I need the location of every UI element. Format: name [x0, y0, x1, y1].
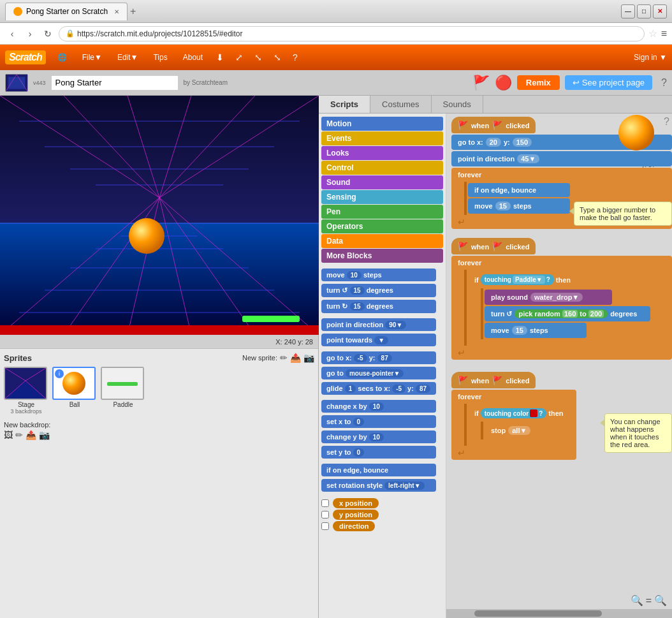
url-box[interactable]: 🔒 https://scratch.mit.edu/projects/10128… [59, 26, 645, 41]
reporter-x-block: x position [333, 498, 379, 508]
tips-btn[interactable]: Tips [149, 52, 171, 63]
tab-costumes[interactable]: Costumes [370, 96, 432, 113]
cat-pen[interactable]: Pen [321, 205, 443, 219]
block-set-x[interactable]: set x to 0 [321, 415, 436, 428]
minimize-btn[interactable]: — [621, 4, 635, 18]
move-steps-2[interactable]: move 15 steps [485, 323, 587, 338]
file-menu[interactable]: File▼ [78, 52, 106, 63]
resize-icon1[interactable]: ⤢ [235, 52, 243, 63]
new-tab-btn[interactable]: + [130, 6, 136, 17]
draw-sprite-icon[interactable]: ✏ [280, 353, 288, 363]
if-touching-paddle[interactable]: if touching Paddle▼ ? then play sound wa… [468, 271, 671, 343]
edit-menu[interactable]: Edit▼ [113, 52, 142, 63]
project-name-input[interactable] [51, 75, 179, 91]
about-btn[interactable]: About [179, 52, 207, 63]
cat-looks[interactable]: Looks [321, 146, 443, 160]
turn-random[interactable]: turn ↺ pick random 160 to 200 degrees [485, 306, 650, 321]
block-glide[interactable]: glide 1 secs to x: -5 y: 87 [321, 382, 436, 395]
cat-motion[interactable]: Motion [321, 117, 443, 131]
when-clicked-1[interactable]: 🚩 when🚩clicked [451, 117, 536, 133]
point-direction-1[interactable]: point in direction 45▼ [451, 151, 672, 166]
sprite-item-stage[interactable]: Stage 3 backdrops [4, 367, 48, 415]
block-turn-left[interactable]: turn ↺ 15 degrees [321, 284, 436, 297]
help-icon[interactable]: ? [293, 52, 298, 63]
block-point-direction[interactable]: point in direction 90▼ [321, 318, 436, 331]
play-sound[interactable]: play sound water_drop▼ [485, 290, 612, 305]
sprite-item-paddle[interactable]: Paddle [101, 367, 145, 415]
if-touching-color[interactable]: if touching color ? then stop all▼ [468, 405, 575, 443]
forever-2[interactable]: forever if touching Paddle▼ ? then [451, 256, 672, 360]
backdrop-camera-icon[interactable]: 📷 [39, 430, 50, 440]
green-flag-btn[interactable]: 🚩 [472, 75, 490, 91]
block-turn-right[interactable]: turn ↻ 15 degrees [321, 300, 436, 313]
help-icon-header[interactable]: ? [661, 77, 667, 89]
move-steps-1[interactable]: move 15 steps [468, 198, 570, 214]
upload-sprite-icon[interactable]: 📤 [290, 353, 301, 363]
cat-control[interactable]: Control [321, 161, 443, 175]
back-btn[interactable]: ‹ [5, 27, 19, 41]
stage-canvas[interactable] [0, 96, 319, 335]
svg-rect-31 [242, 316, 300, 322]
block-change-x[interactable]: change x by 10 [321, 400, 436, 413]
block-if-on-edge[interactable]: if on edge, bounce [321, 464, 436, 476]
backdrop-draw-icon[interactable]: ✏ [15, 430, 23, 440]
when-clicked-2[interactable]: 🚩 when🚩clicked [451, 238, 536, 254]
menu-icon[interactable]: ≡ [661, 28, 667, 40]
when-clicked-3[interactable]: 🚩 when🚩clicked [451, 372, 536, 388]
remix-btn[interactable]: Remix [517, 75, 560, 90]
tab-close-icon[interactable]: ✕ [114, 8, 119, 15]
backdrop-upload-icon[interactable]: 📤 [26, 430, 36, 440]
download-icon[interactable]: ⬇ [216, 52, 224, 63]
reporter-y-cb[interactable] [321, 511, 329, 519]
zoom-in-icon[interactable]: 🔍 [654, 594, 667, 607]
cat-sensing[interactable]: Sensing [321, 190, 443, 204]
h-scrollbar[interactable] [446, 609, 672, 618]
camera-sprite-icon[interactable]: 📷 [303, 353, 314, 363]
reporter-dir[interactable]: direction [321, 521, 443, 531]
stop-all[interactable]: stop all▼ [485, 423, 574, 438]
block-change-y[interactable]: change y by 10 [321, 430, 436, 443]
globe-btn[interactable]: 🌐 [54, 52, 71, 63]
reporter-x[interactable]: x position [321, 498, 443, 508]
h-scroll-thumb[interactable] [474, 610, 602, 617]
block-move-steps[interactable]: move 10 steps [321, 269, 436, 281]
cat-sound[interactable]: Sound [321, 175, 443, 189]
if-on-edge-1[interactable]: if on edge, bounce [468, 183, 570, 197]
bookmark-icon[interactable]: ☆ [648, 27, 657, 40]
tab-scripts[interactable]: Scripts [319, 96, 370, 113]
block-set-y[interactable]: set y to 0 [321, 446, 436, 459]
zoom-equal-icon[interactable]: = [646, 595, 652, 607]
cat-events[interactable]: Events [321, 131, 443, 145]
tab-sounds[interactable]: Sounds [432, 96, 483, 113]
see-project-btn[interactable]: ↩ See project page [565, 75, 652, 90]
block-goto-target[interactable]: go to mouse-pointer▼ [321, 367, 436, 379]
resize-icon2[interactable]: ⤡ [254, 52, 262, 63]
sprite-item-ball[interactable]: i [52, 367, 97, 415]
cat-more-blocks[interactable]: More Blocks [321, 249, 443, 263]
block-rotation-style[interactable]: set rotation style left-right▼ [321, 479, 436, 492]
cat-operators[interactable]: Operators [321, 219, 443, 233]
cat-data[interactable]: Data [321, 234, 443, 248]
reporter-x-cb[interactable] [321, 499, 329, 507]
reporter-dir-cb[interactable] [321, 522, 329, 530]
reporter-y-block: y position [333, 510, 379, 520]
forward-btn[interactable]: › [23, 27, 37, 41]
reporter-y[interactable]: y position [321, 510, 443, 520]
close-btn[interactable]: ✕ [653, 4, 667, 18]
scripts-workspace[interactable]: x: -4 y: 87 ? 🚩 when🚩clicked go [446, 114, 672, 618]
block-point-towards[interactable]: point towards ▼ [321, 334, 436, 346]
restore-btn[interactable]: □ [637, 4, 651, 18]
scratch-logo: Scratch [5, 50, 46, 64]
zoom-out-icon[interactable]: 🔍 [631, 594, 643, 607]
forever-3[interactable]: forever if touching color ? then stop al… [451, 390, 576, 460]
reload-btn[interactable]: ↻ [41, 27, 55, 41]
block-goto-xy[interactable]: go to x: -5 y: 87 [321, 351, 436, 364]
sprite-info-icon[interactable]: i [55, 369, 64, 378]
browser-tab[interactable]: Pong Starter on Scratch ✕ [5, 3, 128, 20]
reporter-dir-block: direction [333, 521, 375, 531]
signin-btn[interactable]: Sign in ▼ [634, 53, 667, 62]
resize-icon3[interactable]: ⤡ [274, 52, 281, 63]
backdrop-image-icon[interactable]: 🖼 [4, 430, 13, 440]
sprite-thumb-ball: i [52, 367, 96, 400]
stop-btn[interactable]: 🔴 [495, 75, 512, 91]
